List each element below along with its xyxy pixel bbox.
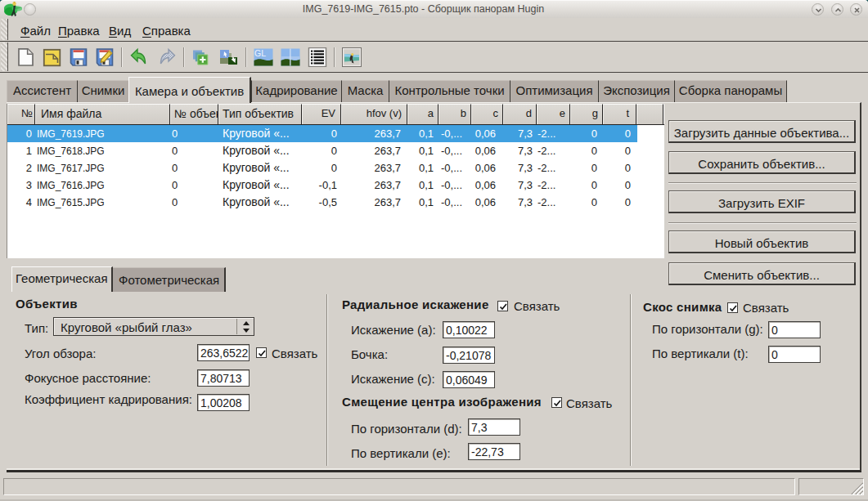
svg-text:GL: GL [254, 48, 266, 58]
